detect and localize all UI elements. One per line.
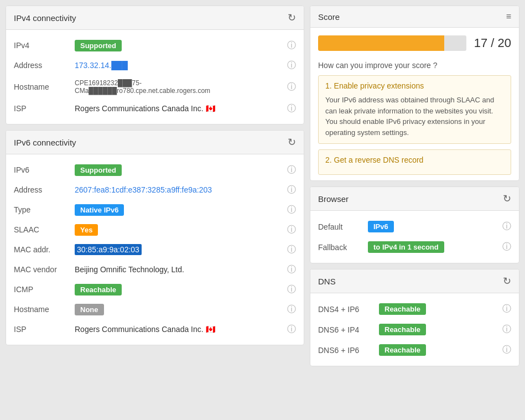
ipv4-header: IPv4 connectivity ↻ (6, 6, 304, 30)
dns6-ip4-help-icon[interactable]: ⓘ (502, 324, 511, 335)
dns6-ip4-row: DNS6 + IP4 Reachable ⓘ (310, 319, 519, 340)
ipv4-address-label: Address (14, 61, 75, 70)
dns-card: DNS ↻ DNS4 + IP6 Reachable ⓘ DNS6 + IP4 … (310, 269, 519, 366)
ipv4-refresh-icon[interactable]: ↻ (288, 12, 296, 24)
dns4-ip6-badge: Reachable (379, 303, 426, 315)
ipv6-icmp-badge: Reachable (75, 284, 122, 295)
suggestion-1: 1. Enable privacy extensions Your IPv6 a… (318, 75, 511, 144)
dns4-ip6-label: DNS4 + IP6 (318, 305, 379, 314)
ipv4-hostname-help-icon[interactable]: ⓘ (287, 81, 296, 93)
ipv6-hostname-row: Hostname None ⓘ (6, 299, 304, 319)
dns4-ip6-value: Reachable (379, 303, 498, 315)
score-header: Score ≡ (310, 6, 519, 28)
dns-body: DNS4 + IP6 Reachable ⓘ DNS6 + IP4 Reacha… (310, 293, 519, 366)
score-bar-fill (318, 35, 444, 51)
score-list-icon[interactable]: ≡ (506, 12, 511, 22)
ipv6-mac-value: 30:85:a9:9a:02:03 (75, 245, 283, 254)
dns4-ip6-row: DNS4 + IP6 Reachable ⓘ (310, 299, 519, 319)
suggestion-1-desc: Your IPv6 address was obtained through S… (325, 95, 504, 138)
ipv6-supported-badge: Supported (75, 164, 122, 176)
suggestion-2-title: 2. Get a reverse DNS record (325, 155, 504, 164)
ipv6-type-row: Type Native IPv6 ⓘ (6, 200, 304, 220)
ipv6-slaac-badge: Yes (75, 224, 98, 236)
browser-default-row: Default IPv6 ⓘ (310, 216, 519, 237)
ipv6-hostname-label: Hostname (14, 305, 75, 314)
ipv4-address-row: Address 173.32.14.███ ⓘ (6, 55, 304, 75)
ipv6-ipv6-value: Supported (75, 164, 283, 176)
ipv4-address-help-icon[interactable]: ⓘ (287, 60, 296, 71)
ipv6-isp-help-icon[interactable]: ⓘ (287, 324, 296, 335)
ipv6-icmp-value: Reachable (75, 284, 283, 295)
browser-default-label: Default (318, 222, 368, 231)
dns6-ip6-value: Reachable (379, 344, 498, 356)
ipv6-address-value: 2607:fea8:1cdf:e387:3285:a9ff:fe9a:203 (75, 185, 283, 194)
ipv6-isp-label: ISP (14, 325, 75, 334)
ipv6-icmp-label: ICMP (14, 285, 75, 294)
browser-fallback-help-icon[interactable]: ⓘ (502, 241, 511, 253)
ipv6-mac-help-icon[interactable]: ⓘ (287, 244, 296, 256)
ipv6-isp-value: Rogers Communications Canada Inc. 🇨🇦 (75, 325, 283, 334)
browser-default-value: IPv6 (368, 221, 498, 232)
ipv4-isp-label: ISP (14, 104, 75, 113)
ipv6-slaac-value: Yes (75, 224, 283, 236)
ipv6-icmp-help-icon[interactable]: ⓘ (287, 284, 296, 295)
dns4-ip6-help-icon[interactable]: ⓘ (502, 303, 511, 315)
browser-default-help-icon[interactable]: ⓘ (502, 221, 511, 232)
browser-fallback-badge: to IPv4 in 1 second (368, 241, 444, 253)
ipv6-ipv6-help-icon[interactable]: ⓘ (287, 164, 296, 176)
ipv6-refresh-icon[interactable]: ↻ (288, 136, 296, 148)
ipv4-body: IPv4 Supported ⓘ Address 173.32.14.███ ⓘ… (6, 30, 304, 124)
dns-header: DNS ↻ (310, 269, 519, 293)
dns6-ip4-badge: Reachable (379, 324, 426, 335)
ipv4-hostname-row: Hostname CPE16918232███75-CMa██████ro780… (6, 75, 304, 98)
ipv6-type-help-icon[interactable]: ⓘ (287, 204, 296, 216)
ipv6-isp-row: ISP Rogers Communications Canada Inc. 🇨🇦… (6, 319, 304, 339)
ipv6-hostname-badge: None (75, 304, 104, 315)
ipv4-address-value: 173.32.14.███ (75, 61, 283, 70)
ipv6-type-badge: Native IPv6 (75, 204, 124, 216)
dns6-ip6-row: DNS6 + IP6 Reachable ⓘ (310, 340, 519, 360)
browser-fallback-row: Fallback to IPv4 in 1 second ⓘ (310, 237, 519, 257)
ipv6-address-row: Address 2607:fea8:1cdf:e387:3285:a9ff:fe… (6, 180, 304, 200)
dns6-ip6-label: DNS6 + IP6 (318, 346, 379, 355)
ipv4-hostname-value: CPE16918232███75-CMa██████ro780.cpe.net.… (75, 79, 283, 95)
ipv4-ipv4-help-icon[interactable]: ⓘ (287, 40, 296, 51)
ipv4-supported-badge: Supported (75, 40, 122, 51)
ipv4-hostname-label: Hostname (14, 82, 75, 91)
ipv4-ipv4-value: Supported (75, 40, 283, 51)
ipv6-address-help-icon[interactable]: ⓘ (287, 184, 296, 196)
browser-refresh-icon[interactable]: ↻ (503, 193, 511, 205)
dns-refresh-icon[interactable]: ↻ (503, 275, 511, 287)
score-improve-text: How can you improve your score ? (310, 61, 519, 75)
browser-title: Browser (318, 194, 349, 204)
score-bar-outer: 17 / 20 (318, 35, 511, 51)
ipv6-address-label: Address (14, 185, 75, 194)
browser-fallback-label: Fallback (318, 243, 368, 252)
suggestion-2: 2. Get a reverse DNS record (318, 149, 511, 175)
ipv6-title: IPv6 connectivity (14, 138, 76, 147)
browser-body: Default IPv6 ⓘ Fallback to IPv4 in 1 sec… (310, 211, 519, 263)
ipv6-slaac-label: SLAAC (14, 225, 75, 234)
ipv6-icmp-row: ICMP Reachable ⓘ (6, 279, 304, 299)
suggestion-1-title: 1. Enable privacy extensions (325, 81, 504, 90)
ipv6-card: IPv6 connectivity ↻ IPv6 Supported ⓘ Add… (6, 130, 304, 345)
ipv6-macvendor-value: Beijing Omnific Technology, Ltd. (75, 265, 283, 274)
ipv6-mac-selected: 30:85:a9:9a:02:03 (75, 244, 142, 255)
ipv6-mac-row: MAC addr. 30:85:a9:9a:02:03 ⓘ (6, 240, 304, 260)
ipv6-ipv6-row: IPv6 Supported ⓘ (6, 160, 304, 180)
score-card: Score ≡ 17 / 20 How can you improve your… (310, 6, 519, 181)
ipv6-body: IPv6 Supported ⓘ Address 2607:fea8:1cdf:… (6, 154, 304, 345)
dns6-ip6-badge: Reachable (379, 344, 426, 356)
ipv6-hostname-help-icon[interactable]: ⓘ (287, 304, 296, 315)
ipv4-isp-value: Rogers Communications Canada Inc. 🇨🇦 (75, 104, 283, 113)
ipv6-type-value: Native IPv6 (75, 204, 283, 216)
ipv4-isp-help-icon[interactable]: ⓘ (287, 103, 296, 115)
dns6-ip6-help-icon[interactable]: ⓘ (502, 344, 511, 356)
score-bar-container: 17 / 20 (310, 28, 519, 61)
ipv6-macvendor-help-icon[interactable]: ⓘ (287, 264, 296, 276)
dns-title: DNS (318, 277, 336, 286)
ipv6-mac-label: MAC addr. (14, 245, 75, 254)
ipv6-slaac-help-icon[interactable]: ⓘ (287, 224, 296, 236)
ipv4-isp-row: ISP Rogers Communications Canada Inc. 🇨🇦… (6, 98, 304, 118)
ipv6-header: IPv6 connectivity ↻ (6, 131, 304, 154)
